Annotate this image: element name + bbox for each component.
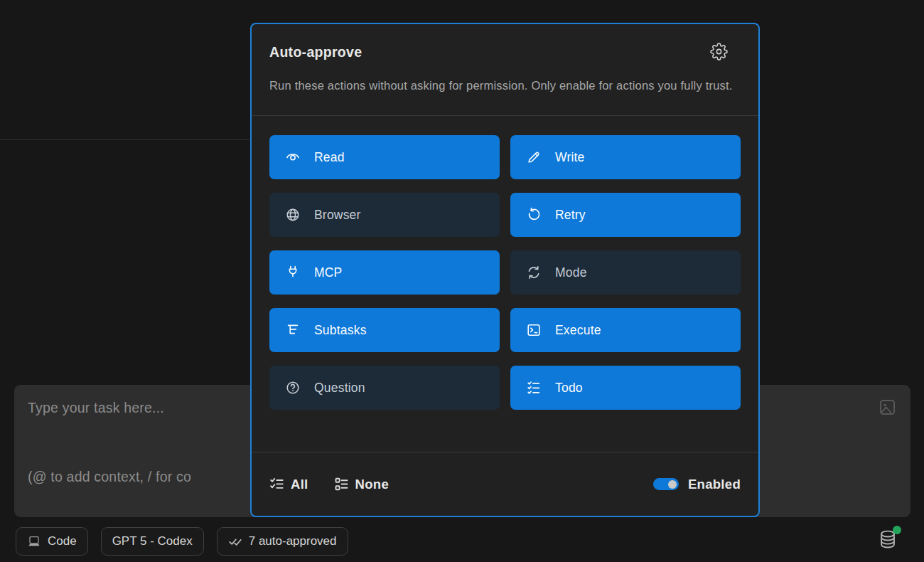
action-label: Subtasks bbox=[314, 323, 367, 338]
chip-label: GPT 5 - Codex bbox=[112, 534, 193, 548]
auto-approve-action-mode[interactable]: Mode bbox=[510, 250, 741, 295]
auto-approve-action-retry[interactable]: Retry bbox=[510, 193, 741, 237]
modal-header: Auto-approve Run these actions without a… bbox=[252, 24, 758, 116]
online-status-dot bbox=[893, 526, 901, 534]
retry-icon bbox=[526, 207, 542, 223]
modal-title: Auto-approve bbox=[269, 44, 362, 60]
action-label: Retry bbox=[555, 208, 586, 223]
background-section-divider bbox=[0, 139, 251, 140]
task-input-placeholder: Type your task here... bbox=[28, 400, 164, 416]
select-all-button[interactable]: All bbox=[269, 477, 308, 492]
plug-icon bbox=[285, 265, 301, 280]
modal-footer: All None Enabled bbox=[252, 452, 758, 516]
question-icon bbox=[285, 380, 301, 396]
globe-icon bbox=[285, 207, 301, 223]
action-label: Todo bbox=[555, 381, 583, 396]
checklist-icon bbox=[526, 380, 542, 396]
laptop-icon bbox=[27, 534, 41, 548]
double-check-icon bbox=[228, 534, 242, 548]
gear-icon[interactable] bbox=[710, 43, 728, 60]
action-label: Question bbox=[314, 381, 365, 396]
auto-approve-modal: Auto-approve Run these actions without a… bbox=[250, 23, 760, 517]
select-all-label: All bbox=[291, 477, 308, 492]
eye-icon bbox=[285, 149, 301, 165]
auto-approve-action-mcp[interactable]: MCP bbox=[269, 250, 500, 295]
pencil-icon bbox=[526, 149, 542, 165]
auto-approve-action-execute[interactable]: Execute bbox=[510, 308, 741, 352]
modal-description: Run these actions without asking for per… bbox=[269, 75, 738, 115]
status-bar: CodeGPT 5 - Codex7 auto-approved bbox=[16, 527, 348, 556]
chip-mode[interactable]: Code bbox=[16, 527, 88, 556]
action-label: Read bbox=[314, 150, 345, 165]
chip-auto-approved[interactable]: 7 auto-approved bbox=[217, 527, 348, 556]
enabled-toggle[interactable] bbox=[653, 478, 679, 490]
action-label: Execute bbox=[555, 323, 601, 338]
auto-approve-action-browser[interactable]: Browser bbox=[269, 193, 500, 237]
action-label: Browser bbox=[314, 208, 361, 223]
auto-approve-grid: ReadWriteBrowserRetryMCPModeSubtasksExec… bbox=[252, 116, 758, 427]
select-none-button[interactable]: None bbox=[334, 477, 389, 492]
terminal-icon bbox=[526, 322, 542, 338]
empty-list-icon bbox=[334, 477, 349, 492]
chip-label: Code bbox=[48, 534, 77, 548]
task-input-hint: (@ to add context, / for co bbox=[28, 469, 191, 485]
auto-approve-action-write[interactable]: Write bbox=[510, 135, 741, 179]
auto-approve-action-todo[interactable]: Todo bbox=[510, 366, 741, 410]
image-icon[interactable] bbox=[878, 398, 897, 417]
toggle-knob bbox=[668, 480, 677, 489]
auto-approve-action-question[interactable]: Question bbox=[269, 366, 500, 410]
enabled-toggle-label: Enabled bbox=[688, 477, 741, 492]
check-list-icon bbox=[269, 477, 284, 492]
action-label: Write bbox=[555, 150, 585, 165]
chip-label: 7 auto-approved bbox=[249, 534, 337, 548]
action-label: MCP bbox=[314, 265, 343, 280]
auto-approve-action-subtasks[interactable]: Subtasks bbox=[269, 308, 500, 352]
sync-icon bbox=[526, 265, 542, 280]
action-label: Mode bbox=[555, 265, 587, 280]
enabled-toggle-group: Enabled bbox=[653, 477, 741, 492]
auto-approve-action-read[interactable]: Read bbox=[269, 135, 500, 179]
list-tree-icon bbox=[285, 322, 301, 338]
select-none-label: None bbox=[355, 477, 389, 492]
chip-model[interactable]: GPT 5 - Codex bbox=[101, 527, 204, 556]
history-database-button[interactable] bbox=[877, 529, 898, 550]
